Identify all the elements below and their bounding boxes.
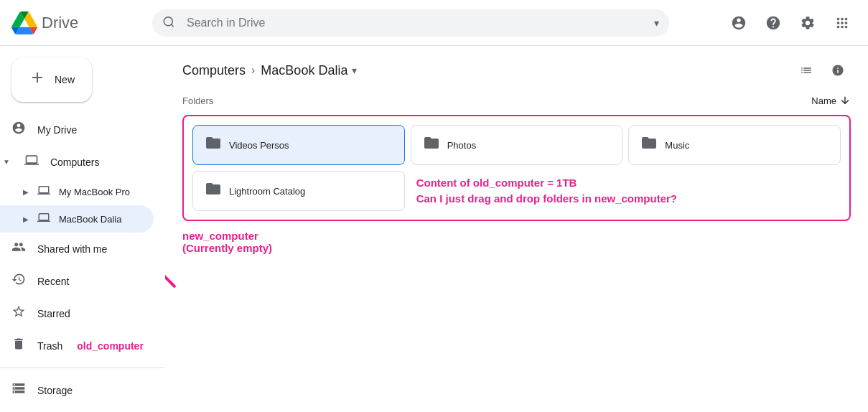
- storage-icon: [11, 381, 26, 399]
- sidebar-item-recent-label: Recent: [37, 276, 69, 287]
- new-computer-annotation: new_computer (Currently empty): [182, 230, 272, 254]
- breadcrumb-dropdown-icon[interactable]: ▾: [352, 65, 357, 76]
- folder-name-music: Music: [665, 140, 689, 151]
- sidebar-item-computers[interactable]: ▼ Computers: [0, 146, 154, 178]
- topbar: Drive ▾: [0, 0, 868, 46]
- help-icon[interactable]: [759, 9, 788, 37]
- sidebar-item-my-drive-label: My Drive: [37, 124, 77, 136]
- drive-logo-icon: [11, 11, 37, 34]
- breadcrumb-computers[interactable]: Computers: [182, 63, 246, 78]
- account-circle-icon[interactable]: [724, 9, 753, 37]
- macbook-pro-arrow: ▶: [23, 188, 29, 196]
- recent-icon: [11, 272, 26, 290]
- sidebar-item-storage-label: Storage: [37, 385, 73, 396]
- breadcrumb-separator: ›: [251, 64, 255, 77]
- sort-label: Name: [811, 95, 836, 106]
- folder-name-lightroom: Lightroom Catalog: [229, 186, 305, 197]
- old-computer-annotation: old_computer: [77, 340, 144, 352]
- sidebar-item-shared-label: Shared with me: [37, 243, 107, 255]
- breadcrumb: Computers › MacBook Dalia ▾: [182, 63, 357, 78]
- folder-name-photos: Photos: [447, 140, 476, 151]
- sidebar-item-trash[interactable]: Trash old_computer: [0, 329, 154, 362]
- app-title: Drive: [42, 14, 78, 32]
- settings-icon[interactable]: [793, 9, 822, 37]
- computers-icon: [24, 153, 39, 171]
- search-bar: ▾: [152, 9, 669, 37]
- content-annotation-text: Content of old_computer = 1TB Can I just…: [416, 175, 677, 207]
- topbar-icons: [724, 9, 857, 37]
- svg-line-1: [171, 24, 173, 26]
- folder-item-photos[interactable]: Photos: [411, 125, 623, 165]
- main-layout: New My Drive ▼ Computers ▶ My MacBook Pr…: [0, 46, 868, 412]
- content-annotation-area: Content of old_computer = 1TB Can I just…: [411, 171, 841, 211]
- breadcrumb-current-label: MacBook Dalia: [261, 63, 347, 78]
- folder-grid: Videos Persos Photos Music: [192, 125, 841, 211]
- macbook-dalia-arrow: ▶: [23, 215, 29, 223]
- sidebar-item-recent[interactable]: Recent: [0, 265, 154, 297]
- sidebar-item-my-drive[interactable]: My Drive: [0, 113, 154, 146]
- new-button[interactable]: New: [11, 57, 92, 102]
- search-icon: [162, 15, 175, 30]
- search-input[interactable]: [152, 9, 669, 37]
- folder-item-lightroom[interactable]: Lightroom Catalog: [192, 171, 405, 211]
- sidebar-item-computers-label: Computers: [50, 156, 99, 168]
- annotation-line2: Can I just drag and drop folders in new_…: [416, 191, 677, 207]
- folder-icon-lightroom: [205, 180, 222, 202]
- macbook-pro-icon: [37, 184, 50, 200]
- logo-area: Drive: [11, 11, 141, 34]
- sidebar-item-storage[interactable]: Storage: [0, 374, 165, 406]
- computers-expand-arrow: ▼: [3, 158, 10, 166]
- annotation-line1: Content of old_computer = 1TB: [416, 175, 677, 192]
- shared-icon: [11, 240, 26, 258]
- new-computer-label: new_computer: [182, 230, 272, 242]
- folder-icon-photos: [423, 134, 440, 156]
- info-button[interactable]: [825, 57, 851, 83]
- sidebar-item-shared[interactable]: Shared with me: [0, 233, 154, 265]
- new-button-label: New: [55, 74, 75, 85]
- folders-label: Folders: [182, 95, 213, 106]
- content-header: Computers › MacBook Dalia ▾: [165, 46, 868, 89]
- my-drive-icon: [11, 121, 26, 139]
- search-dropdown-icon[interactable]: ▾: [654, 17, 659, 29]
- macbook-dalia-label: MacBook Dalia: [59, 214, 121, 225]
- trash-icon: [11, 337, 26, 355]
- folder-icon-music: [640, 134, 658, 156]
- sidebar-item-starred-label: Starred: [37, 308, 70, 319]
- new-computer-sub: (Currently empty): [182, 242, 272, 254]
- content-area: Computers › MacBook Dalia ▾ Folders Na: [165, 46, 868, 412]
- folder-grid-wrapper: Videos Persos Photos Music: [182, 115, 851, 221]
- list-view-button[interactable]: [793, 57, 819, 83]
- breadcrumb-current: MacBook Dalia ▾: [261, 63, 357, 78]
- folder-item-music[interactable]: Music: [628, 125, 841, 165]
- folder-item-videos-persos[interactable]: Videos Persos: [192, 125, 405, 165]
- svg-point-0: [164, 17, 172, 25]
- folder-icon-videos-persos: [205, 134, 222, 156]
- macbook-pro-label: My MacBook Pro: [59, 187, 130, 197]
- bottom-annotations: new_computer (Currently empty): [165, 221, 868, 254]
- grid-annotation-wrapper: Videos Persos Photos Music: [182, 115, 851, 221]
- sidebar-item-macbook-dalia[interactable]: ▶ MacBook Dalia: [0, 205, 154, 233]
- storage-section: 1.1 TB of 2 TB used Buy storage: [0, 406, 165, 412]
- sidebar-item-starred[interactable]: Starred: [0, 297, 154, 329]
- folders-label-row: Folders Name: [165, 89, 868, 112]
- sidebar-item-macbook-pro[interactable]: ▶ My MacBook Pro: [0, 178, 154, 205]
- plus-icon: [29, 69, 46, 90]
- folder-name-videos-persos: Videos Persos: [229, 140, 289, 151]
- sidebar: New My Drive ▼ Computers ▶ My MacBook Pr…: [0, 46, 165, 412]
- sidebar-divider: [0, 367, 165, 368]
- starred-icon: [11, 304, 26, 322]
- sidebar-item-trash-label: Trash: [37, 340, 62, 352]
- name-sort-button[interactable]: Name: [811, 95, 851, 106]
- macbook-dalia-icon: [37, 211, 50, 227]
- header-actions: [793, 57, 851, 83]
- apps-icon[interactable]: [828, 9, 857, 37]
